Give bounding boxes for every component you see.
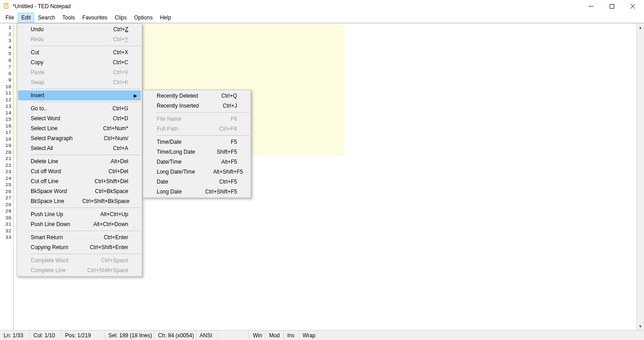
- edit-menu-item-push-line-up[interactable]: Push Line UpAlt+Ctrl+Up: [18, 209, 141, 219]
- menu-item-shortcut: Ctrl+Num/: [104, 135, 128, 142]
- menu-options[interactable]: Options: [131, 13, 156, 23]
- insert-menu-item-time-long-date[interactable]: Time/Long DateShift+F5: [144, 147, 250, 157]
- app-icon: [3, 3, 10, 10]
- insert-submenu: Recently DeletedCtrl+QRecently InsertedC…: [143, 90, 251, 198]
- menu-item-label: Cut off Word: [31, 168, 108, 175]
- menu-item-label: Full Path: [157, 126, 219, 132]
- insert-menu-item-recently-deleted[interactable]: Recently DeletedCtrl+Q: [144, 91, 250, 101]
- maximize-icon: [610, 4, 614, 9]
- status-modified: Mod: [266, 331, 284, 340]
- close-button[interactable]: [622, 0, 643, 13]
- insert-menu-item-long-date[interactable]: Long DateCtrl+Shift+F5: [144, 187, 250, 197]
- edit-menu-item-insert[interactable]: Insert▶: [18, 90, 141, 100]
- status-insert-mode: Ins: [284, 331, 299, 340]
- edit-menu-item-go-to[interactable]: Go to..Ctrl+G: [18, 104, 141, 113]
- status-col: Col: 1/10: [30, 331, 61, 340]
- insert-menu-item-date-time[interactable]: Date/TimeAlt+F5: [144, 157, 250, 167]
- menu-item-shortcut: Ctrl+Z: [113, 26, 128, 33]
- menu-item-label: BkSpace Word: [31, 188, 95, 194]
- status-pos: Pos: 1/219: [61, 331, 105, 340]
- menu-item-label: Smart Return: [31, 234, 104, 241]
- scroll-down-arrow[interactable]: ▼: [637, 322, 644, 330]
- menu-item-shortcut: Ctrl+A: [113, 145, 128, 151]
- svg-rect-3: [610, 5, 614, 9]
- minimize-icon: [589, 4, 593, 9]
- edit-menu-item-undo[interactable]: UndoCtrl+Z: [18, 24, 141, 34]
- edit-menu-item-select-all[interactable]: Select AllCtrl+A: [18, 143, 141, 153]
- status-spacer: [218, 331, 249, 340]
- edit-menu-item-paste[interactable]: PasteCtrl+V: [18, 67, 141, 77]
- menu-item-label: Time/Long Date: [157, 149, 217, 155]
- submenu-arrow-icon: ▶: [134, 93, 137, 98]
- edit-menu-item-select-word[interactable]: Select WordCtrl+D: [18, 113, 141, 123]
- edit-menu-item-select-paragraph[interactable]: Select ParagraphCtrl+Num/: [18, 133, 141, 143]
- edit-menu-item-separator: [31, 89, 140, 89]
- menu-tools[interactable]: Tools: [59, 13, 79, 23]
- insert-menu-item-time-date[interactable]: Time/DateF5: [144, 137, 250, 147]
- edit-menu-item-redo[interactable]: RedoCtrl+Y: [18, 34, 141, 44]
- edit-menu-item-push-line-down[interactable]: Push Line DownAlt+Ctrl+Down: [18, 219, 141, 229]
- scroll-up-arrow[interactable]: ▲: [637, 24, 644, 31]
- line-number-gutter: 1 2 3 4 5 6 7 8 9 10 11 12 13 14 15 16 1…: [0, 24, 14, 330]
- edit-menu-item-cut[interactable]: CutCtrl+X: [18, 47, 141, 57]
- status-line: Ln: 1/33: [0, 331, 30, 340]
- insert-menu-item-file-name[interactable]: File NameF6: [144, 114, 250, 124]
- vertical-scrollbar[interactable]: ▲ ▼: [636, 24, 644, 330]
- edit-menu-item-separator: [31, 254, 140, 254]
- menu-item-label: Select All: [31, 145, 113, 151]
- menu-item-shortcut: Alt+Del: [111, 158, 128, 165]
- insert-menu-item-long-date-time[interactable]: Long Date/TimeAlt+Shift+F5: [144, 167, 250, 177]
- menu-item-shortcut: Alt+Shift+F5: [213, 169, 243, 175]
- menu-item-shortcut: Ctrl+Space: [101, 257, 128, 264]
- menu-item-label: Complete Line: [31, 267, 87, 274]
- menu-item-shortcut: Ctrl+F6: [219, 126, 237, 132]
- menu-item-shortcut: Ctrl+Enter: [104, 234, 128, 241]
- edit-menu-item-separator: [31, 208, 140, 208]
- menu-item-shortcut: Ctrl+Shift+Space: [87, 267, 128, 274]
- edit-menu-item-delete-line[interactable]: Delete LineAlt+Del: [18, 156, 141, 166]
- edit-menu-item-bkspace-line[interactable]: BkSpace LineCtrl+Shift+BkSpace: [18, 196, 141, 206]
- edit-menu-item-cut-off-word[interactable]: Cut off WordCtrl+Del: [18, 166, 141, 176]
- edit-menu-item-copying-return[interactable]: Copying ReturnCtrl+Shift+Enter: [18, 242, 141, 252]
- menu-item-label: Copying Return: [31, 244, 90, 250]
- edit-menu-item-smart-return[interactable]: Smart ReturnCtrl+Enter: [18, 232, 141, 242]
- menu-item-shortcut: Ctrl+C: [113, 59, 128, 66]
- menu-clips[interactable]: Clips: [111, 13, 131, 23]
- menu-favourites[interactable]: Favourites: [79, 13, 111, 23]
- menu-item-label: Complete Word: [31, 257, 101, 264]
- edit-menu-item-separator: [31, 46, 140, 46]
- menu-help[interactable]: Help: [156, 13, 175, 23]
- menu-search[interactable]: Search: [34, 13, 59, 23]
- title-bar: *Untitled - TED Notepad: [0, 0, 644, 13]
- menu-item-label: Date: [157, 179, 219, 185]
- edit-menu-item-complete-line[interactable]: Complete LineCtrl+Shift+Space: [18, 265, 141, 275]
- menu-item-shortcut: Alt+Ctrl+Up: [100, 211, 128, 217]
- insert-menu-item-full-path[interactable]: Full PathCtrl+F6: [144, 124, 250, 134]
- edit-menu-item-select-line[interactable]: Select LineCtrl+Num*: [18, 123, 141, 133]
- menu-item-shortcut: F5: [231, 139, 237, 145]
- insert-menu-item-date[interactable]: DateCtrl+F5: [144, 177, 250, 187]
- maximize-button[interactable]: [602, 0, 622, 13]
- minimize-button[interactable]: [581, 0, 602, 13]
- menu-edit[interactable]: Edit: [18, 13, 34, 23]
- edit-menu-item-copy[interactable]: CopyCtrl+C: [18, 57, 141, 67]
- menu-item-shortcut: Alt+F5: [221, 159, 237, 165]
- menu-item-label: Long Date: [157, 189, 205, 195]
- edit-menu-item-swap[interactable]: SwapCtrl+K: [18, 77, 141, 87]
- menu-item-shortcut: Ctrl+D: [113, 115, 128, 122]
- insert-menu-item-separator: [157, 112, 249, 113]
- status-bar: Ln: 1/33 Col: 1/10 Pos: 1/219 Sel: 189 (…: [0, 330, 644, 340]
- status-char: Ch: 84 (x0054): [154, 331, 196, 340]
- menu-item-shortcut: Ctrl+V: [113, 69, 128, 76]
- edit-menu-item-cut-off-line[interactable]: Cut off LineCtrl+Shift+Del: [18, 176, 141, 186]
- edit-menu-item-complete-word[interactable]: Complete WordCtrl+Space: [18, 255, 141, 265]
- menu-item-label: Recently Inserted: [157, 103, 223, 109]
- menu-item-label: Insert: [31, 92, 128, 99]
- menu-file[interactable]: File: [2, 13, 18, 23]
- insert-menu-item-recently-inserted[interactable]: Recently InsertedCtrl+J: [144, 101, 250, 111]
- menu-item-label: Cut: [31, 49, 113, 56]
- menu-item-shortcut: Ctrl+F5: [219, 179, 237, 185]
- menu-item-shortcut: Ctrl+J: [223, 103, 237, 109]
- edit-menu-item-bkspace-word[interactable]: BkSpace WordCtrl+BkSpace: [18, 186, 141, 196]
- menu-item-label: BkSpace Line: [31, 198, 82, 204]
